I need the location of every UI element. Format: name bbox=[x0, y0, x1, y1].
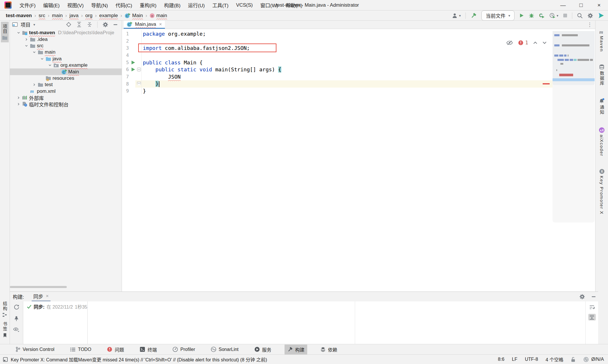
project-panel-title[interactable]: 项目 bbox=[21, 21, 30, 28]
toolwindow-问题[interactable]: 问题 bbox=[104, 345, 127, 354]
status-message[interactable]: Key Promoter X: Command 加载Maven变更 missed… bbox=[11, 356, 267, 363]
close-button[interactable]: × bbox=[590, 0, 608, 10]
tree-item-临时文件和控制台[interactable]: 临时文件和控制台 bbox=[10, 101, 122, 107]
settings-button[interactable] bbox=[587, 13, 593, 19]
code-line-5[interactable]: 5public class Main { bbox=[122, 59, 553, 66]
stripe-item-结构[interactable]: 结构 bbox=[1, 299, 9, 319]
memory-indicator[interactable]: Ø/N/A bbox=[583, 357, 604, 362]
code-text[interactable]: package org.example; bbox=[142, 31, 206, 37]
tree-item-外部库[interactable]: 外部库 bbox=[10, 95, 122, 101]
search-everywhere-button[interactable] bbox=[577, 13, 583, 19]
minimap[interactable] bbox=[553, 29, 595, 291]
caret-position[interactable]: 8:6 bbox=[498, 357, 504, 362]
gear-icon[interactable] bbox=[579, 294, 585, 300]
chevron-down-icon[interactable] bbox=[39, 57, 46, 61]
minimize-button[interactable]: — bbox=[554, 0, 572, 10]
horizontal-scrollbar[interactable] bbox=[10, 286, 67, 288]
menu-VCS[interactable]: VCS(S) bbox=[232, 0, 257, 10]
next-error-icon[interactable] bbox=[542, 41, 547, 44]
code-line-6[interactable]: 6− public static void main(String[] args… bbox=[122, 66, 553, 73]
code-text[interactable]: JSON bbox=[142, 74, 181, 80]
previous-error-icon[interactable] bbox=[533, 41, 537, 44]
chevron-down-icon[interactable] bbox=[15, 31, 22, 35]
breadcrumb-item-main[interactable]: mmain bbox=[149, 12, 168, 19]
menu-工具[interactable]: 工具(T) bbox=[208, 0, 232, 10]
toolwindow-TODO[interactable]: TODO bbox=[67, 345, 94, 354]
hide-panel-icon[interactable] bbox=[591, 296, 596, 298]
code-line-2[interactable]: 2 bbox=[122, 37, 553, 45]
build-hammer-button[interactable] bbox=[470, 12, 477, 19]
code-line-4[interactable]: 4 bbox=[122, 52, 553, 59]
toolwindow-终端[interactable]: 终端 bbox=[137, 345, 159, 354]
tree-item-resources[interactable]: resources bbox=[10, 75, 122, 82]
tab-list-menu-icon[interactable]: ⋮ bbox=[587, 21, 592, 28]
select-opened-file-icon[interactable] bbox=[66, 22, 71, 27]
build-output-console[interactable] bbox=[88, 301, 585, 344]
menu-编辑[interactable]: 编辑(E) bbox=[39, 0, 64, 10]
stripe-item-书签[interactable]: 书签 bbox=[1, 319, 9, 340]
code-line-8[interactable]: 8− } bbox=[122, 80, 553, 88]
chevron-right-icon[interactable] bbox=[31, 83, 38, 86]
toolwindow-Version Control[interactable]: Version Control bbox=[13, 345, 57, 354]
tool-window-toggle-icon[interactable] bbox=[3, 357, 8, 362]
code-text[interactable]: public class Main { bbox=[142, 59, 203, 66]
run-with-coverage-button[interactable]: C bbox=[539, 13, 545, 18]
toolwindow-Profiler[interactable]: Profiler bbox=[170, 345, 198, 354]
run-gutter-icon[interactable] bbox=[129, 60, 136, 65]
unlock-icon[interactable] bbox=[571, 357, 576, 362]
run-gutter-icon[interactable] bbox=[129, 67, 136, 72]
toolwindow-依赖[interactable]: 依赖 bbox=[318, 345, 340, 354]
tree-item-test-maven[interactable]: test-mavenD:\IdeaProjects\IdeaProje bbox=[10, 30, 122, 36]
close-tab-icon[interactable]: × bbox=[46, 293, 49, 299]
indent-setting[interactable]: 4 个空格 bbox=[546, 356, 563, 363]
plugin-toolbar-icon[interactable] bbox=[598, 12, 605, 19]
pin-icon[interactable] bbox=[14, 316, 19, 321]
menu-代码[interactable]: 代码(C) bbox=[112, 0, 136, 10]
breadcrumb-item-src[interactable]: src bbox=[38, 12, 46, 19]
stripe-item-数据库[interactable]: 数据库 bbox=[598, 62, 606, 88]
menu-视图[interactable]: 视图(V) bbox=[63, 0, 87, 10]
chevron-right-icon[interactable] bbox=[15, 96, 22, 99]
error-indicator[interactable]: 1 bbox=[518, 40, 528, 46]
close-tab-icon[interactable]: × bbox=[159, 21, 162, 27]
profiler-button[interactable]: ▾ bbox=[549, 13, 558, 18]
fold-start-icon[interactable]: − bbox=[137, 68, 141, 71]
menu-构建[interactable]: 构建(B) bbox=[160, 0, 184, 10]
breadcrumb-item-example[interactable]: example bbox=[99, 12, 118, 19]
refresh-icon[interactable] bbox=[14, 304, 19, 310]
view-options-icon[interactable] bbox=[13, 327, 20, 332]
code-line-7[interactable]: 7 JSON bbox=[122, 73, 553, 80]
breadcrumb-item-java[interactable]: java bbox=[69, 12, 79, 19]
code-text[interactable]: public static void main(String[] args) { bbox=[142, 66, 281, 73]
code-line-3[interactable]: 3import com.alibaba.fastjson2.JSON; bbox=[122, 44, 553, 52]
menu-运行[interactable]: 运行(U) bbox=[184, 0, 209, 10]
toolwindow-SonarLint[interactable]: SonarLint bbox=[208, 345, 241, 354]
code-text[interactable]: } bbox=[142, 88, 146, 94]
soft-wrap-icon[interactable] bbox=[589, 305, 595, 310]
tree-item-src[interactable]: src bbox=[10, 43, 122, 49]
tree-item-.idea[interactable]: .idea bbox=[10, 36, 122, 42]
chevron-down-icon[interactable] bbox=[31, 50, 38, 54]
code-text[interactable]: } bbox=[142, 81, 159, 87]
toolwindow-服务[interactable]: 服务 bbox=[252, 345, 274, 354]
build-tab-sync[interactable]: 同步 × bbox=[32, 292, 51, 301]
breadcrumb-item-main[interactable]: main bbox=[51, 12, 63, 19]
profile-button[interactable]: ▾ bbox=[452, 13, 461, 18]
stripe-item-aiXcoder[interactable]: ∧XaiXcoder bbox=[598, 125, 606, 159]
run-configuration-select[interactable]: 当前文件 ▾ bbox=[481, 10, 515, 21]
stripe-item-Key Promoter X[interactable]: XKey Promoter X bbox=[598, 166, 606, 217]
chevron-down-icon[interactable] bbox=[23, 44, 30, 48]
stripe-item-项目[interactable]: 项目 bbox=[1, 22, 9, 42]
menu-重构[interactable]: 重构(R) bbox=[136, 0, 160, 10]
stripe-item-通知[interactable]: 通知 bbox=[598, 96, 606, 117]
hide-panel-icon[interactable] bbox=[113, 24, 118, 26]
run-button[interactable] bbox=[519, 13, 524, 18]
hide-inspections-icon[interactable] bbox=[506, 40, 513, 45]
chevron-right-icon[interactable] bbox=[23, 38, 30, 41]
debug-button[interactable] bbox=[529, 13, 534, 18]
breadcrumb-item-test-maven[interactable]: test-maven bbox=[5, 12, 33, 19]
tree-item-test[interactable]: test bbox=[10, 82, 122, 88]
chevron-down-icon[interactable]: ▾ bbox=[33, 23, 35, 27]
tree-item-java[interactable]: java bbox=[10, 56, 122, 62]
menu-文件[interactable]: 文件(F) bbox=[16, 0, 39, 10]
